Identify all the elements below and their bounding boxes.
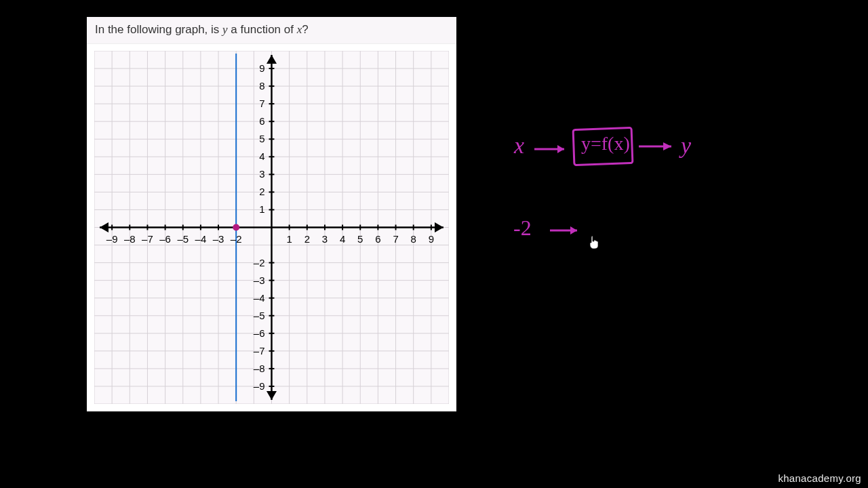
svg-text:–5: –5 <box>254 310 265 321</box>
svg-text:–4: –4 <box>254 292 265 304</box>
svg-text:–6: –6 <box>159 233 171 245</box>
question-var-y: y <box>222 23 228 36</box>
y-arrow-down <box>267 391 277 400</box>
watermark: khanacademy.org <box>778 472 861 484</box>
svg-text:–7: –7 <box>142 233 153 245</box>
svg-text:–8: –8 <box>254 363 265 374</box>
arrow-neg2 <box>546 217 593 244</box>
hw-x: x <box>514 133 524 159</box>
svg-text:6: 6 <box>375 233 380 245</box>
svg-text:–7: –7 <box>254 345 265 357</box>
graph: –9–8–7–6–5–4–3–2123456789 987654321–2–3–… <box>94 51 449 404</box>
hw-neg2: -2 <box>513 216 532 241</box>
svg-text:3: 3 <box>322 233 328 245</box>
svg-text:1: 1 <box>286 233 292 245</box>
svg-text:7: 7 <box>259 98 264 109</box>
svg-text:8: 8 <box>259 80 264 92</box>
svg-text:5: 5 <box>357 233 363 245</box>
svg-text:2: 2 <box>304 233 310 245</box>
svg-marker-118 <box>570 226 577 235</box>
question-suffix: ? <box>302 23 308 36</box>
video-frame: In the following graph, is y a function … <box>0 0 868 488</box>
svg-text:6: 6 <box>259 115 264 127</box>
question-prefix: In the following graph, is <box>95 23 222 36</box>
svg-text:–3: –3 <box>254 274 265 286</box>
svg-text:–9: –9 <box>106 233 118 245</box>
question-middle: a function of <box>228 23 297 36</box>
question-text: In the following graph, is y a function … <box>87 17 456 44</box>
svg-text:–8: –8 <box>124 233 136 245</box>
svg-text:9: 9 <box>429 233 434 245</box>
svg-text:–2: –2 <box>231 233 242 245</box>
svg-text:4: 4 <box>259 150 264 162</box>
svg-marker-113 <box>557 145 564 153</box>
svg-text:–6: –6 <box>254 327 265 339</box>
svg-text:–4: –4 <box>195 233 207 245</box>
svg-text:–5: –5 <box>177 233 189 245</box>
hw-y: y <box>681 133 691 159</box>
x-arrow-left <box>100 222 108 232</box>
svg-text:2: 2 <box>259 186 264 197</box>
graph-svg: –9–8–7–6–5–4–3–2123456789 987654321–2–3–… <box>94 51 449 404</box>
hw-box-label: y=f(x) <box>581 133 630 155</box>
axes <box>100 55 443 400</box>
svg-text:1: 1 <box>259 203 264 215</box>
svg-text:5: 5 <box>259 133 264 144</box>
svg-text:–3: –3 <box>213 233 224 245</box>
svg-text:–9: –9 <box>254 380 265 392</box>
svg-text:4: 4 <box>340 233 345 245</box>
x-arrow-right <box>435 222 443 232</box>
svg-text:–2: –2 <box>254 257 265 268</box>
problem-panel: In the following graph, is y a function … <box>87 17 456 411</box>
y-arrow-up <box>267 55 277 64</box>
svg-text:9: 9 <box>259 62 264 74</box>
cursor-icon <box>589 235 601 249</box>
svg-text:7: 7 <box>393 233 398 245</box>
svg-text:3: 3 <box>259 168 264 180</box>
svg-marker-116 <box>663 142 671 150</box>
highlighted-point <box>233 224 239 231</box>
svg-text:8: 8 <box>411 233 416 245</box>
